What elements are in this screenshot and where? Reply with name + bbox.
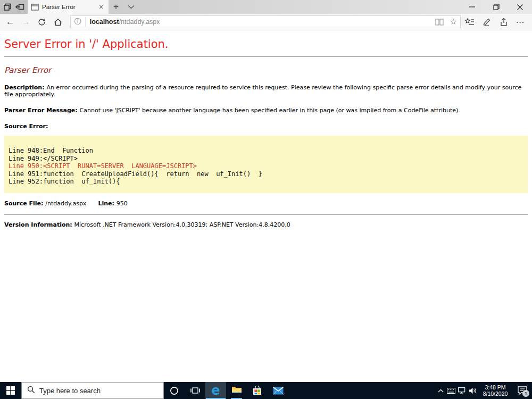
file-explorer-icon (231, 385, 242, 396)
back-icon[interactable]: ← (2, 17, 18, 27)
mail-icon (273, 387, 284, 395)
clock-date: 8/10/2020 (483, 390, 508, 397)
divider (4, 214, 528, 215)
network-icon[interactable] (456, 382, 467, 399)
home-icon[interactable] (50, 18, 66, 26)
taskbar-search-box[interactable]: Type here to search (21, 382, 164, 399)
url-text[interactable]: localhost/ntdaddy.aspx (86, 18, 433, 26)
tab-list-chevron-icon[interactable] (123, 0, 138, 14)
microsoft-store-button[interactable] (247, 382, 268, 399)
tabs-set-aside-area (0, 0, 28, 14)
restore-button[interactable] (484, 0, 508, 14)
start-button[interactable] (0, 382, 21, 399)
edge-taskbar-button[interactable]: e (205, 382, 226, 399)
version-information-label: Version Information: (4, 221, 74, 228)
source-file-line: Source File: /ntdaddy.aspxLine: 950 (4, 200, 528, 207)
forward-icon[interactable]: → (18, 17, 34, 27)
set-tabs-aside-icon[interactable] (15, 3, 24, 11)
version-information-line: Version Information: Microsoft .NET Fram… (4, 221, 528, 228)
source-error-label-line: Source Error: (4, 123, 528, 130)
file-explorer-button[interactable] (226, 382, 247, 399)
code-line: Line 952:function uf_Init(){ (9, 178, 523, 186)
source-error-box: Line 948:End FunctionLine 949:</SCRIPT>L… (4, 136, 528, 193)
code-line: Line 949:</SCRIPT> (9, 155, 523, 163)
taskbar-empty-area (288, 382, 435, 399)
show-hidden-icons-chevron[interactable] (435, 382, 446, 399)
search-icon (27, 386, 35, 396)
settings-more-icon[interactable]: ⋯ (512, 17, 529, 27)
action-center-button[interactable]: 1 (513, 382, 532, 399)
volume-icon[interactable] (467, 382, 478, 399)
tabs-preview-icon[interactable] (3, 3, 12, 11)
page-content: Server Error in '/' Application. Parser … (0, 30, 532, 382)
line-label: Line: (98, 200, 116, 207)
tab-bar: Parser Error × + (0, 0, 532, 14)
description-text: An error occurred during the parsing of … (4, 84, 521, 98)
titlebar-drag-area (138, 0, 460, 14)
code-line-error: Line 950:<SCRIPT RUNAT=SERVER LANGUAGE=J… (9, 162, 523, 170)
code-line: Line 951:function CreateUploadField(){ r… (9, 170, 523, 178)
browser-window: Parser Error × + ← → ⓘ localhost/ntdaddy… (0, 0, 532, 399)
share-icon[interactable] (495, 18, 512, 27)
touch-keyboard-icon[interactable] (446, 382, 456, 399)
navigation-bar: ← → ⓘ localhost/ntdaddy.aspx ☆ ⋯ (0, 14, 532, 30)
web-note-pen-icon[interactable] (478, 18, 495, 27)
source-file-label: Source File: (4, 200, 45, 207)
divider (4, 56, 528, 57)
server-error-heading: Server Error in '/' Application. (4, 38, 528, 51)
new-tab-button[interactable]: + (109, 0, 123, 14)
reading-view-icon[interactable] (433, 19, 446, 26)
address-bar[interactable]: ⓘ localhost/ntdaddy.aspx ☆ (70, 15, 461, 28)
tab-title: Parser Error (42, 4, 94, 10)
page-document-icon (31, 4, 39, 11)
windows-taskbar: Type here to search e (0, 382, 532, 399)
code-line: Line 948:End Function (9, 147, 523, 155)
notification-badge: 1 (522, 390, 529, 397)
description-line: Description: An error occurred during th… (4, 84, 528, 98)
minimize-button[interactable] (460, 0, 484, 14)
close-button[interactable] (508, 0, 532, 14)
tab-parser-error[interactable]: Parser Error × (28, 0, 109, 14)
description-label: Description: (4, 84, 46, 91)
taskbar-clock[interactable]: 3:48 PM 8/10/2020 (480, 382, 511, 399)
parser-error-message-text: Cannot use 'JSCRIPT' because another lan… (80, 107, 460, 114)
cortana-button[interactable] (164, 382, 185, 399)
line-value: 950 (117, 200, 128, 207)
search-placeholder: Type here to search (39, 387, 101, 395)
site-info-icon[interactable]: ⓘ (71, 17, 86, 27)
mail-button[interactable] (268, 382, 288, 399)
parser-error-subheading: Parser Error (4, 65, 528, 75)
clock-time: 3:48 PM (485, 384, 505, 390)
version-information-text: Microsoft .NET Framework Version:4.0.303… (74, 221, 290, 228)
parser-error-message-label: Parser Error Message: (4, 107, 80, 114)
tab-close-icon[interactable]: × (97, 3, 105, 11)
url-path: /ntdaddy.aspx (119, 18, 160, 26)
edge-icon: e (211, 384, 220, 397)
url-host: localhost (90, 18, 119, 26)
parser-error-message-line: Parser Error Message: Cannot use 'JSCRIP… (4, 107, 528, 114)
favorites-hub-icon[interactable] (461, 18, 478, 26)
store-icon (253, 386, 262, 395)
refresh-icon[interactable] (34, 18, 50, 26)
task-view-button[interactable] (185, 382, 205, 399)
source-file-value: /ntdaddy.aspx (45, 200, 86, 207)
source-error-label: Source Error: (4, 123, 48, 130)
add-favorite-star-icon[interactable]: ☆ (446, 17, 460, 27)
